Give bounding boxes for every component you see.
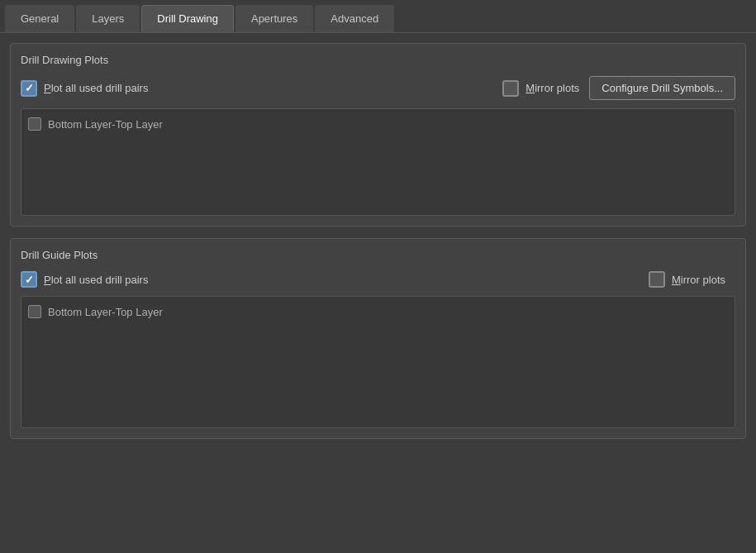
tab-advanced[interactable]: Advanced [315, 5, 394, 32]
guide-plot-all-checkbox-wrapper[interactable]: Plot all used drill pairs [21, 271, 649, 288]
list-item-label: Bottom Layer-Top Layer [48, 118, 163, 131]
drill-guide-controls-row: Plot all used drill pairs Mirror plots [21, 271, 735, 288]
drill-drawing-section: Drill Drawing Plots Plot all used drill … [10, 43, 746, 226]
plot-all-checkbox[interactable] [21, 80, 37, 97]
guide-mirror-group: Mirror plots [649, 271, 725, 288]
mirror-label: Mirror plots [525, 82, 579, 94]
configure-drill-symbols-button[interactable]: Configure Drill Symbols... [589, 76, 735, 100]
plot-all-label: Plot all used drill pairs [44, 82, 148, 94]
drill-drawing-list: Bottom Layer-Top Layer [21, 108, 735, 216]
drill-guide-section: Drill Guide Plots Plot all used drill pa… [10, 238, 746, 439]
guide-mirror-checkbox[interactable] [649, 271, 665, 288]
tab-bar: General Layers Drill Drawing Apertures A… [0, 0, 756, 33]
list-item-checkbox[interactable] [28, 117, 41, 131]
list-item: Bottom Layer-Top Layer [28, 116, 728, 132]
guide-plot-all-label: Plot all used drill pairs [44, 274, 148, 286]
content-area: Drill Drawing Plots Plot all used drill … [0, 33, 756, 460]
guide-list-item-label: Bottom Layer-Top Layer [48, 306, 163, 318]
mirror-group: Mirror plots [502, 80, 579, 97]
guide-plot-all-checkbox[interactable] [21, 271, 37, 288]
drill-drawing-controls-row: Plot all used drill pairs Mirror plots C… [21, 76, 735, 100]
tab-drill-drawing[interactable]: Drill Drawing [141, 5, 234, 32]
tab-layers[interactable]: Layers [76, 5, 140, 32]
drill-drawing-title: Drill Drawing Plots [21, 54, 735, 66]
guide-list-item-checkbox[interactable] [28, 305, 41, 318]
drill-guide-list: Bottom Layer-Top Layer [21, 296, 735, 428]
tab-general[interactable]: General [5, 5, 74, 32]
guide-mirror-label: Mirror plots [672, 274, 725, 286]
mirror-checkbox[interactable] [502, 80, 519, 97]
plot-all-checkbox-wrapper[interactable]: Plot all used drill pairs [21, 80, 502, 97]
tab-apertures[interactable]: Apertures [235, 5, 313, 32]
drill-guide-title: Drill Guide Plots [21, 249, 735, 261]
guide-list-item: Bottom Layer-Top Layer [28, 303, 728, 320]
